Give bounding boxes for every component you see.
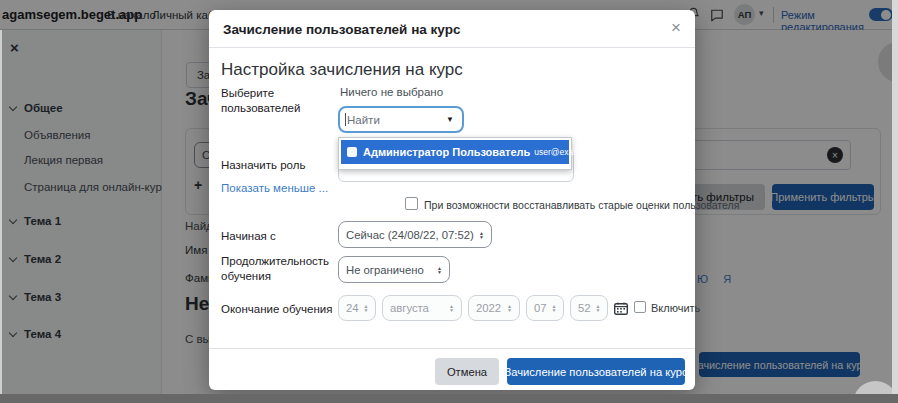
spinner-icon: ▲▼ bbox=[444, 304, 454, 312]
select-users-label: Выберите пользователей bbox=[221, 86, 333, 116]
dropdown-arrow-icon[interactable]: ▼ bbox=[446, 115, 454, 124]
enrol-users-modal: Зачисление пользователей на курс × Настр… bbox=[209, 10, 695, 390]
calendar-icon[interactable] bbox=[614, 301, 628, 319]
end-day-value: 24 bbox=[346, 302, 359, 314]
duration-value: Не ограничено bbox=[346, 264, 424, 276]
suggestion-item-admin-user[interactable]: Администратор Пользователь user@example.… bbox=[341, 140, 569, 164]
starting-from-value: Сейчас (24/08/22, 07:52) bbox=[346, 229, 474, 241]
duration-label: Продолжительность обучения bbox=[221, 254, 329, 284]
starting-from-select[interactable]: Сейчас (24/08/22, 07:52) ▲▼ bbox=[338, 221, 492, 248]
page: agamsegem.beget.app В начало Личный каби… bbox=[0, 0, 898, 403]
modal-header: Зачисление пользователей на курс × bbox=[209, 10, 695, 48]
end-minute-select[interactable]: 52 ▲▼ bbox=[570, 295, 608, 321]
show-less-link[interactable]: Показать меньше ... bbox=[221, 182, 328, 194]
spinner-icon: ▲▼ bbox=[432, 266, 442, 274]
user-search-combobox[interactable]: ▼ bbox=[338, 106, 464, 133]
spinner-icon: ▲▼ bbox=[474, 231, 484, 239]
bottom-edge bbox=[0, 394, 898, 403]
modal-title: Зачисление пользователей на курс bbox=[223, 22, 460, 37]
enrol-submit-button[interactable]: Зачисление пользователей на курс bbox=[507, 358, 685, 385]
suggestion-user-name: Администратор Пользователь bbox=[363, 146, 530, 158]
cancel-button[interactable]: Отмена bbox=[435, 358, 499, 385]
end-day-select[interactable]: 24 ▲▼ bbox=[338, 295, 376, 321]
end-year-select[interactable]: 2022 ▲▼ bbox=[468, 295, 520, 321]
suggestion-user-email: user@example.com bbox=[534, 147, 610, 157]
user-search-input[interactable] bbox=[347, 114, 437, 126]
starting-from-label: Начиная с bbox=[221, 229, 276, 244]
duration-select[interactable]: Не ограничено ▲▼ bbox=[338, 256, 450, 283]
checkbox-icon bbox=[347, 147, 357, 157]
end-date-label: Окончание обучения bbox=[221, 302, 341, 317]
assign-role-label: Назначить роль bbox=[221, 158, 305, 173]
end-date-enable-label: Включить bbox=[651, 302, 700, 314]
end-date-enable-checkbox[interactable] bbox=[634, 301, 646, 313]
left-edge bbox=[0, 30, 2, 403]
spinner-icon: ▲▼ bbox=[547, 304, 557, 312]
end-month-select[interactable]: августа ▲▼ bbox=[382, 295, 462, 321]
nothing-selected-text: Ничего не выбрано bbox=[340, 86, 443, 98]
spinner-icon: ▲▼ bbox=[359, 304, 369, 312]
enrolment-options-heading: Настройка зачисления на курс bbox=[221, 60, 463, 80]
text-caret bbox=[345, 113, 346, 126]
suggestions-panel: Администратор Пользователь user@example.… bbox=[338, 137, 572, 170]
end-year-value: 2022 bbox=[476, 302, 501, 314]
modal-footer-divider bbox=[209, 348, 695, 349]
recover-grades-checkbox[interactable] bbox=[405, 197, 418, 210]
modal-close-icon[interactable]: × bbox=[671, 18, 681, 38]
end-month-value: августа bbox=[390, 302, 429, 314]
recover-grades-label: При возможности восстанавливать старые о… bbox=[424, 199, 739, 211]
end-hour-value: 07 bbox=[534, 302, 547, 314]
end-minute-value: 52 bbox=[578, 302, 591, 314]
scrollbar-track[interactable] bbox=[892, 0, 898, 403]
end-hour-select[interactable]: 07 ▲▼ bbox=[526, 295, 564, 321]
spinner-icon: ▲▼ bbox=[502, 304, 512, 312]
spinner-icon: ▲▼ bbox=[591, 304, 601, 312]
